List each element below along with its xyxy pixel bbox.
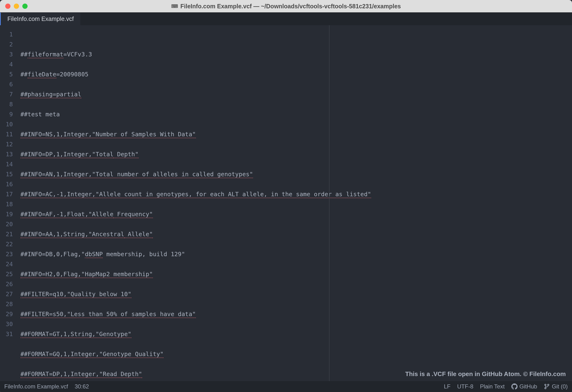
tab-bar: FileInfo.com Example.vcf [0, 12, 572, 25]
line-number: 11 [0, 130, 13, 139]
line-number-gutter: 1234567891011121314151617181920212223242… [0, 25, 17, 381]
code-line: ##FORMAT=GQ,1,Integer,"Genotype Quality" [20, 349, 572, 359]
status-grammar[interactable]: Plain Text [480, 383, 505, 390]
document-icon: ⌨ [171, 3, 178, 9]
status-line-ending[interactable]: LF [444, 383, 450, 390]
code-line: ##INFO=AN,1,Integer,"Total number of all… [20, 169, 572, 179]
status-github[interactable]: GitHub [511, 383, 537, 390]
status-github-label: GitHub [520, 383, 537, 390]
code-line: ##INFO=DB,0,Flag,"dbSNP membership, buil… [20, 249, 572, 259]
git-branch-icon [544, 383, 550, 390]
close-window-button[interactable] [5, 3, 11, 9]
line-number: 23 [0, 249, 13, 259]
line-number: 5 [0, 69, 13, 80]
code-line: ##INFO=H2,0,Flag,"HapMap2 membership" [20, 269, 572, 279]
line-number: 7 [0, 89, 13, 99]
status-encoding[interactable]: UTF-8 [457, 383, 473, 390]
line-number: 16 [0, 179, 13, 189]
line-number: 10 [0, 119, 13, 130]
line-number: 12 [0, 139, 13, 149]
line-number: 20 [0, 219, 13, 229]
status-git-label: Git (0) [552, 383, 568, 390]
code-line: ##FILTER=q10,"Quality below 10" [20, 289, 572, 299]
tab-label: FileInfo.com Example.vcf [7, 16, 74, 22]
code-line: ##phasing=partial [20, 89, 572, 99]
line-number: 14 [0, 159, 13, 169]
line-number: 24 [0, 259, 13, 269]
status-bar: FileInfo.com Example.vcf 30:62 LF UTF-8 … [0, 381, 572, 392]
status-git[interactable]: Git (0) [544, 383, 568, 390]
line-number: 6 [0, 80, 13, 89]
code-content[interactable]: ##fileformat=VCFv3.3 ##fileDate=20090805… [17, 25, 572, 381]
status-cursor-position[interactable]: 30:62 [75, 383, 89, 390]
traffic-lights [5, 3, 28, 9]
line-number: 25 [0, 269, 13, 279]
watermark-label: This is a .VCF file open in GitHub Atom.… [405, 370, 566, 378]
github-icon [511, 383, 518, 390]
code-line: ##FORMAT=GT,1,String,"Genotype" [20, 329, 572, 339]
code-line: ##INFO=AA,1,String,"Ancestral Allele" [20, 229, 572, 239]
zoom-window-button[interactable] [22, 3, 28, 9]
code-line: ##FILTER=s50,"Less than 50% of samples h… [20, 309, 572, 319]
line-number: 22 [0, 239, 13, 249]
minimize-window-button[interactable] [14, 3, 19, 9]
editor-area[interactable]: 1234567891011121314151617181920212223242… [0, 25, 572, 381]
line-number: 15 [0, 169, 13, 179]
line-number: 31 [0, 329, 13, 339]
window-title: ⌨ FileInfo.com Example.vcf — ~/Downloads… [171, 3, 401, 10]
status-file-path[interactable]: FileInfo.com Example.vcf [4, 383, 68, 390]
code-line: ##fileDate=20090805 [20, 69, 572, 80]
code-line: ##fileformat=VCFv3.3 [20, 49, 572, 60]
line-number: 4 [0, 60, 13, 69]
line-number: 8 [0, 99, 13, 109]
code-line: ##INFO=AC,-1,Integer,"Allele count in ge… [20, 189, 572, 199]
line-number: 18 [0, 199, 13, 209]
line-number: 9 [0, 109, 13, 119]
tab-fileinfo-example-vcf[interactable]: FileInfo.com Example.vcf [0, 13, 80, 25]
line-number: 26 [0, 279, 13, 289]
line-number: 28 [0, 299, 13, 309]
line-number: 13 [0, 149, 13, 159]
window-title-text: FileInfo.com Example.vcf — ~/Downloads/v… [180, 3, 401, 10]
code-line: ##INFO=AF,-1,Float,"Allele Frequency" [20, 209, 572, 219]
code-line: ##test meta [20, 109, 572, 119]
window-titlebar: ⌨ FileInfo.com Example.vcf — ~/Downloads… [0, 0, 572, 12]
line-number: 19 [0, 209, 13, 219]
line-number: 17 [0, 189, 13, 199]
line-number: 3 [0, 49, 13, 60]
line-number: 30 [0, 319, 13, 329]
wrap-guide [329, 25, 330, 381]
code-line: ##INFO=NS,1,Integer,"Number of Samples W… [20, 130, 572, 139]
line-number: 27 [0, 289, 13, 299]
line-number: 1 [0, 30, 13, 39]
line-number: 29 [0, 309, 13, 319]
line-number: 2 [0, 39, 13, 49]
line-number: 21 [0, 229, 13, 239]
code-line: ##INFO=DP,1,Integer,"Total Depth" [20, 149, 572, 159]
